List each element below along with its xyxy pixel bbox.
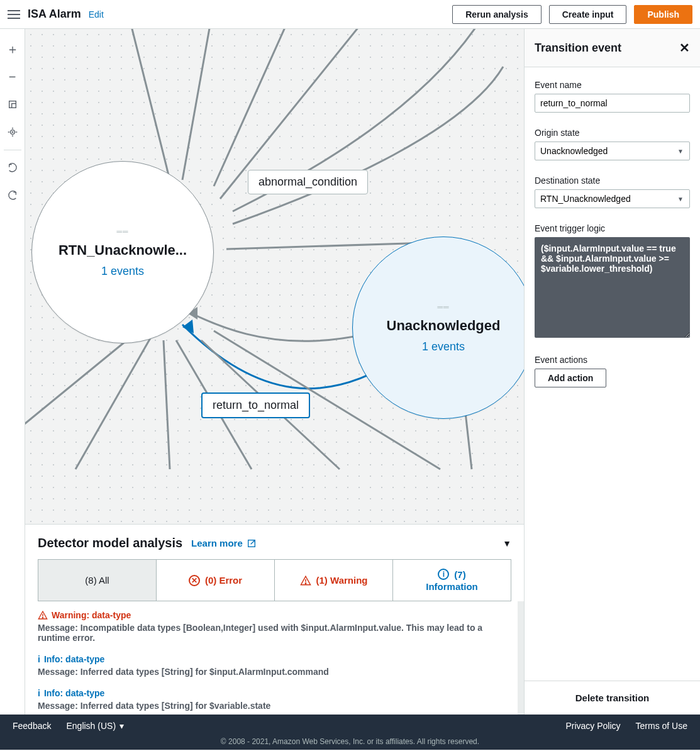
analysis-messages: Warning: data-type Message: Incompatible…: [25, 601, 524, 715]
create-input-button[interactable]: Create input: [549, 5, 627, 24]
analysis-message: i Info: data-type Message: Inferred data…: [38, 654, 505, 677]
info-icon: i: [438, 569, 449, 580]
info-icon: i: [38, 688, 40, 698]
info-icon: i: [38, 654, 40, 664]
drag-handle-icon[interactable]: ══: [116, 227, 128, 236]
transition-label[interactable]: abnormal_condition: [248, 170, 368, 194]
tab-warning[interactable]: (1) Warning: [275, 560, 393, 601]
tab-information[interactable]: i (7) Information: [393, 560, 511, 601]
event-actions-label: Event actions: [535, 355, 690, 365]
tab-all[interactable]: (8) All: [38, 560, 157, 601]
state-node[interactable]: ══ RTN_Unacknowle... 1 events: [31, 161, 214, 343]
state-events[interactable]: 1 events: [101, 265, 144, 278]
svg-rect-1: [11, 104, 16, 108]
feedback-link[interactable]: Feedback: [13, 721, 51, 731]
learn-more-link[interactable]: Learn more: [191, 538, 257, 548]
privacy-link[interactable]: Privacy Policy: [565, 721, 620, 731]
tool-rail: ＋ −: [0, 29, 25, 715]
warning-icon: [300, 575, 311, 586]
analysis-tabs: (8) All ✕ (0) Error (1) Warning i (7): [38, 559, 511, 601]
page-title: ISA Alarm: [28, 8, 81, 21]
delete-transition-link[interactable]: Delete transition: [575, 693, 650, 703]
locate-button[interactable]: [5, 125, 20, 140]
drag-handle-icon[interactable]: ══: [437, 303, 449, 311]
edit-link[interactable]: Edit: [89, 9, 104, 19]
trigger-logic-input[interactable]: ($input.AlarmInput.value == true && $inp…: [535, 237, 690, 338]
state-name: RTN_Unacknowle...: [58, 242, 187, 259]
event-name-input[interactable]: [535, 94, 690, 113]
state-events[interactable]: 1 events: [422, 340, 465, 353]
origin-state-select[interactable]: Unacknowledged: [535, 142, 690, 160]
menu-icon[interactable]: [8, 8, 20, 21]
tab-error[interactable]: ✕ (0) Error: [157, 560, 275, 601]
zoom-out-button[interactable]: −: [5, 69, 20, 84]
close-icon[interactable]: ✕: [679, 40, 690, 55]
event-name-label: Event name: [535, 80, 690, 90]
transition-event-panel: Transition event ✕ Event name Origin sta…: [524, 29, 700, 715]
error-icon: ✕: [189, 575, 200, 586]
page-footer: Feedback English (US) ▾ Privacy Policy T…: [0, 715, 700, 750]
rerun-analysis-button[interactable]: Rerun analysis: [452, 5, 542, 24]
terms-link[interactable]: Terms of Use: [636, 721, 687, 731]
state-canvas[interactable]: ══ RTN_Unacknowle... 1 events ══ Unackno…: [25, 29, 524, 524]
analysis-panel: Detector model analysis Learn more ▼ (8)…: [25, 524, 524, 715]
transition-label[interactable]: return_to_normal: [201, 392, 310, 418]
trigger-logic-label: Event trigger logic: [535, 223, 690, 233]
destination-state-select[interactable]: RTN_Unacknowledged: [535, 189, 690, 208]
origin-state-label: Origin state: [535, 128, 690, 138]
analysis-title: Detector model analysis: [38, 536, 182, 550]
copyright: © 2008 - 2021, Amazon Web Services, Inc.…: [0, 737, 700, 750]
svg-point-3: [12, 131, 13, 132]
analysis-message: Warning: data-type Message: Incompatible…: [38, 610, 505, 643]
fit-button[interactable]: [5, 97, 20, 112]
collapse-icon[interactable]: ▼: [503, 538, 511, 548]
add-action-button[interactable]: Add action: [535, 369, 606, 387]
state-name: Unacknowledged: [387, 318, 501, 334]
undo-button[interactable]: [5, 160, 20, 175]
external-link-icon: [247, 538, 257, 548]
state-node[interactable]: ══ Unacknowledged 1 events: [352, 236, 524, 419]
redo-button[interactable]: [5, 188, 20, 203]
analysis-message: i Info: data-type Message: Inferred data…: [38, 688, 505, 711]
panel-title: Transition event: [535, 42, 621, 55]
warning-icon: [38, 610, 48, 620]
chevron-down-icon: ▾: [119, 721, 124, 731]
top-bar: ISA Alarm Edit Rerun analysis Create inp…: [0, 0, 700, 29]
destination-state-label: Destination state: [535, 175, 690, 186]
svg-point-12: [305, 582, 306, 584]
zoom-in-button[interactable]: ＋: [5, 42, 20, 57]
language-selector[interactable]: English (US) ▾: [66, 721, 124, 731]
svg-point-14: [42, 617, 43, 618]
publish-button[interactable]: Publish: [634, 5, 692, 24]
